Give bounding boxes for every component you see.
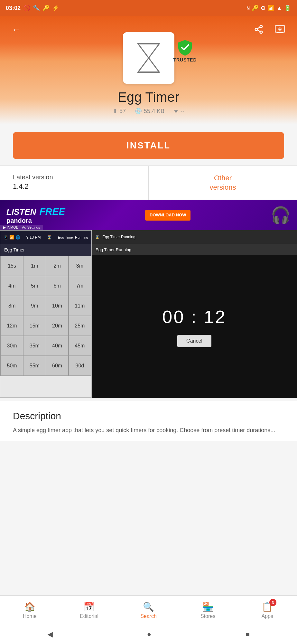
- pandora-label: pandora: [6, 217, 65, 224]
- ad-free-text: FREE: [39, 206, 65, 217]
- size-icon: 💿: [135, 108, 142, 115]
- share-button[interactable]: [251, 22, 266, 39]
- version-number: 1.4.2: [13, 182, 135, 191]
- stores-icon: 🏪: [202, 601, 214, 612]
- timer-cell[interactable]: 10m: [46, 296, 68, 316]
- download-icon: ⬇: [113, 108, 117, 115]
- nfc-icon: N: [246, 5, 250, 11]
- timer-cell[interactable]: 60m: [46, 356, 68, 375]
- app-icon: [123, 32, 174, 84]
- screenshot-right-header: ⌛ Egg Timer Running: [92, 230, 297, 244]
- wifi-icon: 📶: [267, 5, 274, 12]
- timer-cell[interactable]: 6m: [46, 276, 68, 296]
- app-meta: ⬇ 57 💿 55.4 KB ★ --: [113, 108, 184, 115]
- other-versions-link[interactable]: Otherversions: [210, 174, 236, 192]
- timer-cell[interactable]: 2m: [46, 256, 68, 276]
- bottom-nav-items: 🏠 Home 📅 Editorial 🔍 Search 🏪 Stores 3 📋…: [0, 596, 297, 625]
- timer-cell[interactable]: 50m: [1, 356, 23, 375]
- app-title: Egg Timer: [118, 90, 179, 105]
- headphone-icon: 🎧: [271, 206, 291, 224]
- version-label: Latest version: [13, 174, 135, 181]
- status-left: 03:02 🚫 🔧 🔑 ⚡: [6, 5, 59, 12]
- home-sys-button[interactable]: ●: [147, 630, 151, 639]
- description-title: Description: [13, 411, 284, 421]
- timer-cell[interactable]: 15s: [1, 256, 23, 276]
- screenshot-left-title: Egg Timer: [0, 244, 91, 256]
- version-left: Latest version 1.4.2: [0, 166, 149, 200]
- screenshot-right: ⌛ Egg Timer Running Egg Timer Running 00…: [92, 230, 297, 398]
- editorial-icon: 📅: [83, 601, 95, 612]
- nav-item-home[interactable]: 🏠 Home: [0, 596, 60, 625]
- timer-cell[interactable]: 3m: [69, 256, 91, 276]
- timer-cell[interactable]: 20m: [46, 316, 68, 336]
- timer-cell[interactable]: 9m: [23, 296, 45, 316]
- status-icon-bolt: ⚡: [52, 5, 59, 12]
- timer-cell[interactable]: 8m: [1, 296, 23, 316]
- timer-cell[interactable]: 40m: [46, 336, 68, 355]
- timer-display: 00 : 12 Cancel: [92, 255, 297, 398]
- cancel-timer-button[interactable]: Cancel: [177, 335, 211, 347]
- timer-cell[interactable]: 7m: [69, 276, 91, 296]
- apps-badge: 3: [269, 599, 276, 606]
- home-icon: 🏠: [24, 601, 35, 612]
- nav-item-stores[interactable]: 🏪 Stores: [178, 596, 238, 625]
- trusted-badge: TRUSTED: [173, 39, 197, 62]
- timer-cell[interactable]: 25m: [69, 316, 91, 336]
- nav-right-actions: [251, 22, 288, 39]
- ad-banner-left: LISTEN FREE pandora: [6, 206, 65, 224]
- download-count: ⬇ 57: [113, 108, 126, 115]
- description-section: Description A simple egg timer app that …: [0, 401, 297, 441]
- svg-line-4: [257, 27, 260, 29]
- battery-icon: 🔋: [284, 5, 291, 12]
- nav-item-editorial[interactable]: 📅 Editorial: [60, 596, 119, 625]
- app-header: TRUSTED Egg Timer ⬇ 57 💿 55.4 KB ★ --: [0, 61, 297, 124]
- ad-listen-text: LISTEN: [6, 207, 36, 217]
- hourglass-icon: ⌛: [95, 235, 100, 239]
- timer-cell[interactable]: 90d: [69, 356, 91, 375]
- timer-cell[interactable]: 4m: [1, 276, 23, 296]
- ad-settings-label: Ad Settings: [22, 225, 40, 230]
- version-right[interactable]: Otherversions: [149, 166, 297, 200]
- stores-label: Stores: [200, 613, 215, 619]
- back-sys-button[interactable]: ◀: [47, 630, 53, 639]
- signal-icon: ▲: [276, 5, 282, 12]
- status-icon-key: 🔑: [42, 5, 50, 12]
- shield-icon: [176, 39, 194, 56]
- recent-sys-button[interactable]: ■: [246, 630, 250, 639]
- home-label: Home: [23, 613, 37, 619]
- install-btn-wrap: INSTALL: [0, 132, 297, 159]
- timer-cell[interactable]: 11m: [69, 296, 91, 316]
- search-label: Search: [140, 613, 157, 619]
- ad-download-btn[interactable]: DOWNLOAD NOW: [145, 210, 190, 221]
- back-button[interactable]: ←: [9, 22, 23, 37]
- ad-banner[interactable]: LISTEN FREE pandora DOWNLOAD NOW 🎧 ▶ INM…: [0, 200, 297, 230]
- nav-item-apps[interactable]: 3 📋 Apps: [237, 596, 297, 625]
- timer-cell[interactable]: 15m: [23, 316, 45, 336]
- timer-cell[interactable]: 45m: [69, 336, 91, 355]
- trusted-label: TRUSTED: [173, 57, 197, 62]
- status-icon-no: 🚫: [23, 5, 30, 12]
- search-icon: 🔍: [143, 601, 154, 612]
- apps-label: Apps: [261, 613, 273, 619]
- timer-cell[interactable]: 35m: [23, 336, 45, 355]
- screenshot-timer-title-indicator: Egg Timer Running: [58, 235, 88, 239]
- timer-cell[interactable]: 12m: [1, 316, 23, 336]
- timer-cell[interactable]: 5m: [23, 276, 45, 296]
- screenshot-inner: 📱 📶 🌐 9:13 PM ⌛ Egg Timer Running Egg Ti…: [0, 230, 297, 398]
- timer-cell[interactable]: 1m: [23, 256, 45, 276]
- nav-item-search[interactable]: 🔍 Search: [119, 596, 178, 625]
- timer-cell[interactable]: 30m: [1, 336, 23, 355]
- screenshot-status-bar: 📱 📶 🌐 9:13 PM ⌛ Egg Timer Running: [0, 231, 91, 244]
- app-rating: ★ --: [173, 108, 184, 115]
- timer-running-title: Egg Timer Running: [102, 235, 135, 239]
- status-time: 03:02: [6, 5, 21, 12]
- download-button[interactable]: [272, 22, 288, 39]
- timer-cell[interactable]: 55m: [23, 356, 45, 375]
- inmobi-label: ▶ INMOBI: [3, 225, 19, 230]
- install-button[interactable]: INSTALL: [13, 132, 284, 159]
- app-icon-wrapper: TRUSTED: [123, 32, 174, 84]
- status-right: N 🔑 ⊖ 📶 ▲ 🔋: [246, 5, 291, 12]
- status-bar: 03:02 🚫 🔧 🔑 ⚡ N 🔑 ⊖ 📶 ▲ 🔋: [0, 0, 297, 16]
- editorial-label: Editorial: [80, 613, 98, 619]
- version-section: Latest version 1.4.2 Otherversions: [0, 166, 297, 200]
